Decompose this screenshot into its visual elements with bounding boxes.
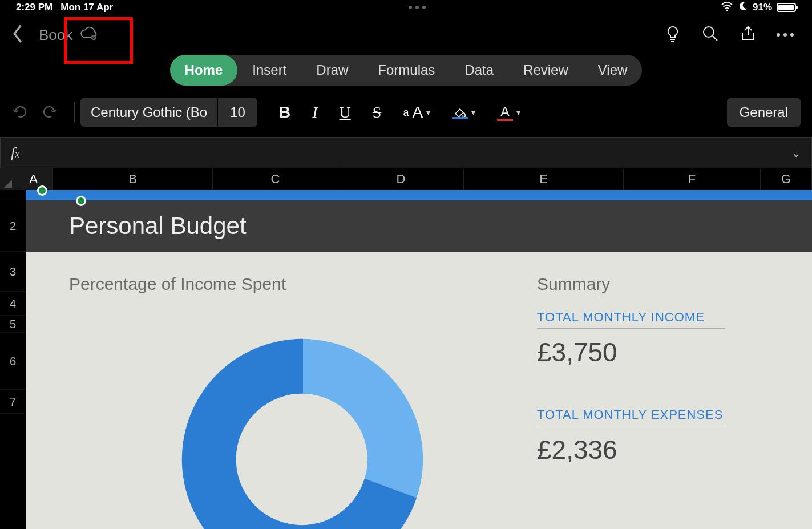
multitask-dots-icon[interactable] (409, 6, 426, 9)
number-format-select[interactable]: General (727, 98, 801, 127)
wifi-icon (721, 1, 733, 14)
battery-pct: 91% (753, 2, 772, 13)
text-size-combo[interactable]: aA ▾ (403, 103, 430, 122)
battery-icon (777, 3, 796, 12)
chevron-down-icon: ▾ (516, 108, 520, 117)
tab-review[interactable]: Review (508, 55, 583, 86)
file-name[interactable]: Book (39, 26, 72, 44)
row-header-2[interactable]: 2 (0, 200, 26, 252)
ribbon-tabs: Home Insert Draw Formulas Data Review Vi… (170, 55, 643, 86)
selected-row-band[interactable] (26, 190, 812, 200)
svg-point-1 (91, 35, 96, 40)
income-label: TOTAL MONTHLY INCOME (537, 310, 725, 329)
svg-point-0 (726, 9, 728, 11)
expenses-label: TOTAL MONTHLY EXPENSES (537, 407, 725, 426)
status-time: 2:29 PM (16, 2, 52, 13)
moon-icon (738, 1, 748, 14)
col-header-G[interactable]: G (761, 168, 812, 190)
search-icon[interactable] (701, 25, 720, 45)
tab-home[interactable]: Home (170, 55, 238, 86)
page-title: Personal Budget (69, 212, 247, 240)
status-date: Mon 17 Apr (60, 2, 113, 13)
tab-draw[interactable]: Draw (301, 55, 363, 86)
lightbulb-icon[interactable] (664, 25, 682, 45)
donut-chart (69, 322, 537, 529)
fx-icon: fx (11, 144, 19, 161)
tab-insert[interactable]: Insert (237, 55, 301, 86)
col-header-B[interactable]: B (53, 168, 213, 190)
row-header-5[interactable]: 5 (0, 316, 26, 333)
income-value: £3,750 (537, 337, 725, 368)
selection-handle[interactable] (76, 196, 86, 206)
col-header-C[interactable]: C (213, 168, 338, 190)
title-bar: Book (0, 15, 812, 55)
fill-color-combo[interactable]: ▾ (452, 106, 475, 119)
col-header-D[interactable]: D (338, 168, 464, 190)
row-header-4[interactable]: 4 (0, 292, 26, 316)
column-headers: A B C D E F G (0, 168, 812, 190)
spreadsheet-grid: A B C D E F G 2 3 4 5 6 7 Personal Budge… (0, 168, 812, 529)
selection-handle[interactable] (37, 185, 47, 196)
row-header-6[interactable]: 6 (0, 333, 26, 390)
undo-button[interactable] (11, 103, 29, 122)
row-header-3[interactable]: 3 (0, 252, 26, 292)
sheet-canvas[interactable]: Percentage of Income Spent Summary TOTAL… (26, 252, 812, 529)
tab-view[interactable]: View (583, 55, 643, 86)
italic-button[interactable]: I (312, 103, 317, 122)
select-all-corner[interactable] (0, 168, 14, 190)
sheet-title-row[interactable]: Personal Budget (26, 200, 812, 252)
row-header-7[interactable]: 7 (0, 390, 26, 414)
redo-button[interactable] (41, 103, 58, 122)
strikethrough-button[interactable]: S (373, 103, 382, 122)
formula-input[interactable] (19, 138, 791, 168)
font-family-select[interactable]: Century Gothic (Bo (80, 98, 217, 127)
more-menu-icon[interactable] (777, 33, 794, 37)
tab-data[interactable]: Data (450, 55, 508, 86)
cloud-sync-icon[interactable] (79, 26, 99, 43)
expenses-value: £2,336 (537, 434, 725, 465)
divider (74, 102, 75, 123)
chevron-down-icon: ▾ (471, 108, 475, 117)
row-headers: 2 3 4 5 6 7 (0, 190, 26, 529)
formula-expand-button[interactable]: ⌄ (791, 146, 801, 160)
share-icon[interactable] (739, 25, 757, 45)
col-header-A[interactable]: A (14, 168, 53, 190)
chevron-down-icon: ▾ (426, 108, 430, 117)
col-header-E[interactable]: E (464, 168, 624, 190)
bold-button[interactable]: B (279, 103, 290, 122)
chart-title: Percentage of Income Spent (69, 274, 537, 294)
status-bar: 2:29 PM Mon 17 Apr 91% (0, 0, 812, 15)
font-size-select[interactable]: 10 (217, 98, 257, 127)
back-button[interactable] (11, 23, 25, 46)
svg-point-2 (704, 27, 714, 37)
font-color-combo[interactable]: A ▾ (497, 104, 520, 121)
formula-bar: fx ⌄ (0, 137, 812, 168)
col-header-F[interactable]: F (624, 168, 761, 190)
underline-button[interactable]: U (340, 103, 351, 122)
summary-heading: Summary (537, 274, 725, 294)
formatting-toolbar: Century Gothic (Bo 10 B I U S aA ▾ ▾ A ▾… (0, 96, 812, 129)
tab-formulas[interactable]: Formulas (363, 55, 450, 86)
row-header-1[interactable] (0, 190, 26, 200)
